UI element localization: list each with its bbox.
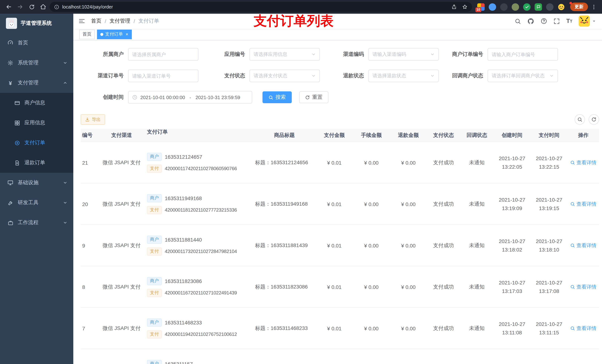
toggle-search-button[interactable] bbox=[575, 114, 585, 125]
merchant-order-no-input[interactable] bbox=[488, 48, 558, 61]
pay-submenu: 商户信息 应用信息 支付订单 bbox=[0, 93, 73, 173]
extension-icon[interactable] bbox=[500, 3, 508, 10]
bookmark-star-icon[interactable] bbox=[462, 4, 468, 10]
action-cell: 查看详情 bbox=[568, 225, 599, 266]
extension-icon[interactable]: 10 bbox=[477, 3, 485, 10]
refund-status-select[interactable]: 请选择退款状态 bbox=[368, 70, 439, 82]
hamburger-icon[interactable] bbox=[78, 18, 85, 25]
extension-icon[interactable] bbox=[546, 3, 553, 10]
app-select[interactable]: 请选择应用信息 bbox=[249, 48, 320, 61]
export-button[interactable]: 导出 bbox=[81, 114, 105, 125]
view-detail-link[interactable]: 查看详情 bbox=[570, 283, 596, 290]
filter-label: 回调商户状态 bbox=[439, 73, 488, 79]
search-icon[interactable] bbox=[515, 18, 521, 24]
sidebar-item-merchant-info[interactable]: 商户信息 bbox=[0, 93, 73, 113]
breadcrumb-pay[interactable]: 支付管理 bbox=[110, 18, 130, 25]
sidebar-item-pay-order[interactable]: 支付订单 bbox=[0, 133, 73, 153]
filter-label: 创建时间 bbox=[81, 94, 128, 101]
table-body: 21 微信 JSAPI 支付 商户 1635312124657 支付 bbox=[81, 142, 599, 364]
action-cell: 查看详情 bbox=[568, 142, 599, 183]
sidebar-item-workflow[interactable]: 工作流程 bbox=[0, 213, 73, 233]
sidebar-item-label: 商户信息 bbox=[24, 100, 68, 106]
extension-icon[interactable] bbox=[489, 3, 496, 10]
address-bar[interactable]: localhost:1024/pay/order bbox=[50, 2, 472, 12]
pay-status bbox=[427, 349, 460, 364]
extension-icon[interactable] bbox=[523, 3, 531, 10]
pay-status-select[interactable]: 请选择支付状态 bbox=[249, 70, 320, 82]
view-detail-link[interactable]: 查看详情 bbox=[570, 325, 596, 332]
sidebar-item-infra[interactable]: 基础设施 bbox=[0, 173, 73, 193]
view-detail-link[interactable]: 查看详情 bbox=[570, 242, 596, 249]
pay-time: 2021-10-27 13:11:15 bbox=[531, 308, 568, 349]
home-icon[interactable] bbox=[38, 2, 48, 12]
pay-channel: 微信 JSAPI 支付 bbox=[98, 308, 145, 349]
app-title: 芋道管理系统 bbox=[21, 20, 52, 27]
breadcrumb-home[interactable]: 首页 bbox=[91, 18, 101, 25]
create-time: 2021-10-27 13:19:09 bbox=[494, 184, 531, 225]
view-detail-link[interactable]: 查看详情 bbox=[570, 159, 596, 166]
tab-home[interactable]: 首页 bbox=[79, 30, 95, 39]
pay-tag: 支付 bbox=[147, 247, 162, 255]
pay-status: 支付成功 bbox=[427, 142, 460, 183]
user-avatar-menu[interactable] bbox=[579, 16, 596, 27]
search-button[interactable]: 搜索 bbox=[262, 91, 292, 103]
wrench-icon bbox=[7, 200, 13, 206]
extension-icon[interactable] bbox=[558, 3, 565, 10]
share-icon[interactable] bbox=[451, 4, 457, 10]
pay-order-cell: 商户 1635311823086 支付 42000011672021102710… bbox=[145, 266, 253, 307]
merchant-order-no: 1635312124657 bbox=[165, 154, 202, 160]
sidebar-item-home[interactable]: 首页 bbox=[0, 33, 73, 53]
filter-label: 渠道编码 bbox=[320, 51, 368, 58]
create-time: 2021-10-27 13:17:03 bbox=[494, 266, 531, 307]
extension-icon[interactable] bbox=[535, 3, 542, 10]
merchant-tag: 商户 bbox=[147, 318, 162, 326]
pay-channel: 微信 JSAPI 支付 bbox=[98, 184, 145, 225]
github-icon[interactable] bbox=[527, 18, 534, 25]
channel-pay-no: 4200001174202110278060590766 bbox=[165, 166, 237, 171]
browser-update-button[interactable]: 更新 bbox=[570, 3, 588, 11]
back-icon[interactable] bbox=[4, 2, 14, 12]
notify-status: 未通知 bbox=[460, 266, 494, 307]
extension-icon[interactable] bbox=[512, 3, 519, 10]
logo-image bbox=[6, 18, 17, 29]
create-time-range-picker[interactable]: 2021-10-01 00:00:00 - 2021-10-31 23:59:5… bbox=[128, 91, 252, 104]
fullscreen-icon[interactable] bbox=[554, 18, 560, 24]
sidebar-item-app-info[interactable]: 应用信息 bbox=[0, 113, 73, 133]
merchant-input[interactable] bbox=[128, 48, 198, 61]
view-detail-link[interactable]: 查看详情 bbox=[570, 201, 596, 207]
close-icon[interactable]: × bbox=[126, 32, 128, 37]
pay-channel: 微信 JSAPI 支付 bbox=[98, 266, 145, 307]
merchant-order-no: 1635311157 bbox=[165, 361, 193, 364]
site-info-icon[interactable] bbox=[54, 4, 59, 10]
action-cell: 查看详情 bbox=[568, 266, 599, 307]
column-header: 支付订单 bbox=[145, 129, 253, 142]
order-id: 9 bbox=[81, 225, 98, 266]
app-logo[interactable]: 芋道管理系统 bbox=[0, 14, 73, 33]
refresh-button[interactable] bbox=[589, 114, 599, 125]
filter-label: 退款状态 bbox=[320, 73, 368, 79]
merchant-tag: 商户 bbox=[147, 235, 162, 244]
sidebar-item-devtools[interactable]: 研发工具 bbox=[0, 193, 73, 213]
browser-menu-icon[interactable] bbox=[589, 4, 598, 10]
sidebar-item-pay[interactable]: ¥ 支付管理 bbox=[0, 73, 73, 93]
forward-icon[interactable] bbox=[15, 2, 25, 12]
page-content: 所属商户 应用编号 请选择应用信息 渠道编码 请输入渠道编码 商户订单编号 bbox=[73, 40, 602, 364]
sidebar-item-refund-order[interactable]: 退款订单 bbox=[0, 153, 73, 173]
filter-label: 支付状态 bbox=[198, 73, 249, 79]
sidebar-item-system[interactable]: 系统管理 bbox=[0, 53, 73, 73]
reset-button[interactable]: 重置 bbox=[299, 91, 328, 103]
tab-pay-order[interactable]: 支付订单 × bbox=[97, 30, 132, 39]
font-size-icon[interactable]: TT bbox=[566, 18, 572, 25]
channel-order-no-input[interactable] bbox=[128, 70, 198, 82]
credit-card-icon bbox=[14, 100, 20, 106]
notify-status-select[interactable]: 请选择订单回调商户状态 bbox=[488, 70, 558, 82]
goods-title bbox=[253, 349, 316, 364]
active-tab-dot bbox=[100, 33, 103, 36]
channel-code-select[interactable]: 请输入渠道编码 bbox=[368, 48, 439, 61]
reload-icon[interactable] bbox=[27, 2, 37, 12]
filter-label: 应用编号 bbox=[198, 51, 249, 58]
help-icon[interactable] bbox=[541, 18, 547, 25]
browser-toolbar: localhost:1024/pay/order 10 bbox=[0, 0, 602, 14]
column-header: 支付时间 bbox=[531, 129, 568, 142]
extension-badge: 10 bbox=[475, 7, 481, 12]
